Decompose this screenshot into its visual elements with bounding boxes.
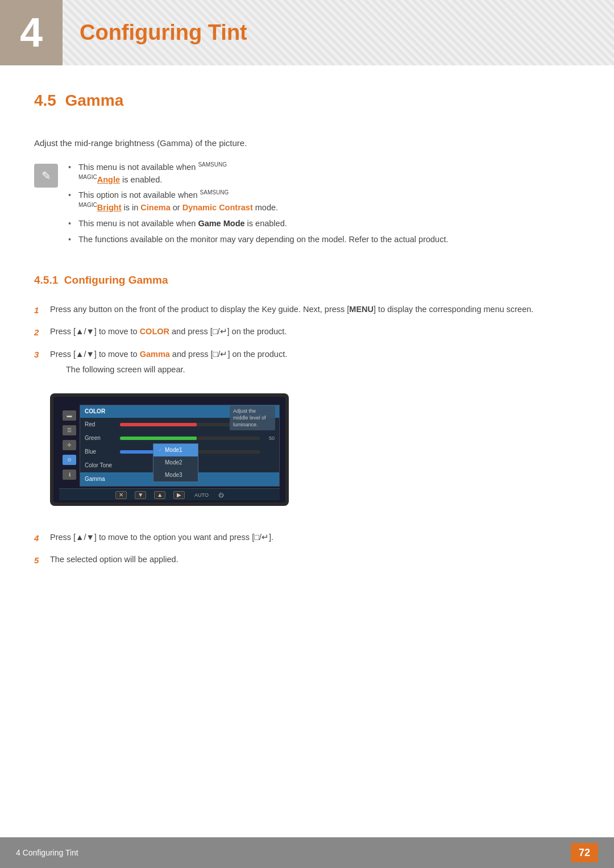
chapter-header: 4 Configuring Tint (0, 0, 614, 65)
step-4: 4 Press [▲/▼] to move to the option you … (34, 531, 580, 545)
step-5: 5 The selected option will be applied. (34, 553, 580, 567)
screen-appear-note: The following screen will appear. (66, 363, 289, 376)
osd-submenu-mode1: ✓ Mode1 (154, 444, 198, 456)
osd-submenu-mode2: Mode2 (154, 456, 198, 469)
osd-icon-info: ℹ (63, 470, 76, 480)
osd-icon-display: ▬ (63, 410, 76, 421)
footer-chapter-text: 4 Configuring Tint (16, 846, 78, 859)
osd-label-power: ⏻ (218, 491, 223, 499)
osd-btn-x: ✕ (115, 491, 127, 499)
osd-menu-wrap: COLOR Red (80, 401, 280, 487)
step-3: 3 Press [▲/▼] to move to Gamma and press… (34, 347, 580, 523)
osd-label-auto: AUTO (194, 491, 209, 499)
osd-btn-enter: ▶ (173, 491, 185, 499)
monitor-outer: ▬ ☰ ✛ ⚙ (50, 393, 289, 506)
note-list: This menu is not available when SAMSUNGM… (68, 161, 448, 250)
osd-icon-menu: ☰ (63, 425, 76, 435)
main-content: 4.5 Gamma Adjust the mid-range brightnes… (0, 88, 614, 609)
note-item-4: The functions available on the monitor m… (68, 234, 448, 246)
bar-green (120, 437, 260, 440)
osd-btn-up: ▲ (154, 491, 165, 499)
screen-container: ▬ ☰ ✛ ⚙ (50, 393, 289, 506)
osd-submenu: ✓ Mode1 Mode2 Mode3 (153, 443, 198, 482)
step-1: 1 Press any button on the front of the p… (34, 303, 580, 317)
osd-icon-adjust: ✛ (63, 440, 76, 450)
osd-bottom-bar: ✕ ▼ ▲ ▶ AUTO ⏻ (59, 488, 280, 500)
osd-btn-down: ▼ (135, 491, 146, 499)
chapter-title: Configuring Tint (63, 15, 247, 50)
chapter-number: 4 (0, 0, 63, 65)
osd-row-wrap: ▬ ☰ ✛ ⚙ (59, 401, 280, 487)
section-intro: Adjust the mid-range brightness (Gamma) … (34, 136, 580, 150)
page-footer: 4 Configuring Tint 72 (0, 837, 614, 868)
osd-icon-settings: ⚙ (63, 455, 76, 465)
monitor-screen: ▬ ☰ ✛ ⚙ (53, 397, 285, 502)
section-title: 4.5 Gamma (34, 88, 580, 119)
step-5-text: The selected option will be applied. (50, 553, 580, 566)
note-box: This menu is not available when SAMSUNGM… (34, 161, 580, 250)
note-item-2: This option is not available when SAMSUN… (68, 189, 448, 214)
note-icon (34, 164, 58, 188)
note-item-3: This menu is not available when Game Mod… (68, 218, 448, 230)
steps-list: 1 Press any button on the front of the p… (34, 303, 580, 567)
note-item-1: This menu is not available when SAMSUNGM… (68, 161, 448, 186)
osd-submenu-mode3: Mode3 (154, 469, 198, 481)
step-2: 2 Press [▲/▼] to move to COLOR and press… (34, 325, 580, 339)
osd-sidebar: ▬ ☰ ✛ ⚙ (59, 401, 80, 480)
osd-tooltip: Adjust the middle level of luminance. (230, 406, 275, 430)
footer-page-number: 72 (571, 843, 598, 862)
chapter-header-bg: Configuring Tint (63, 0, 614, 65)
subsection-title: 4.5.1 Configuring Gamma (34, 272, 580, 289)
